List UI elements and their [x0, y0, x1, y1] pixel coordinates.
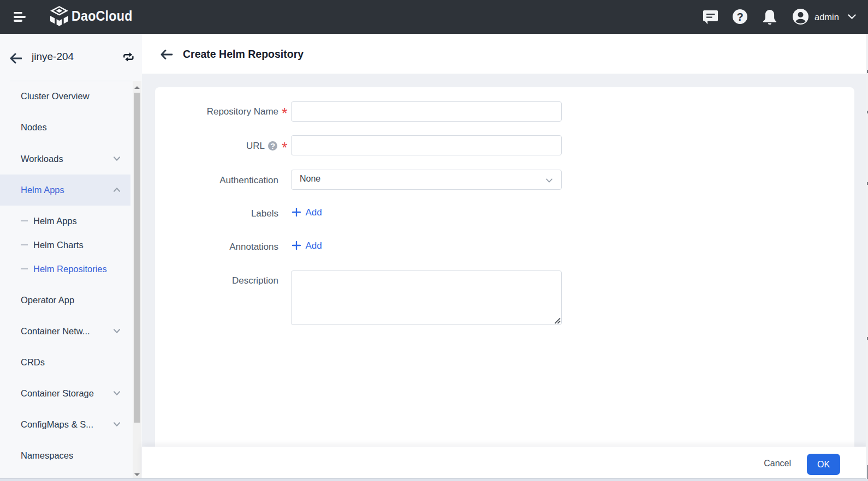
svg-text:?: ?: [270, 141, 275, 151]
svg-text:?: ?: [736, 11, 743, 23]
